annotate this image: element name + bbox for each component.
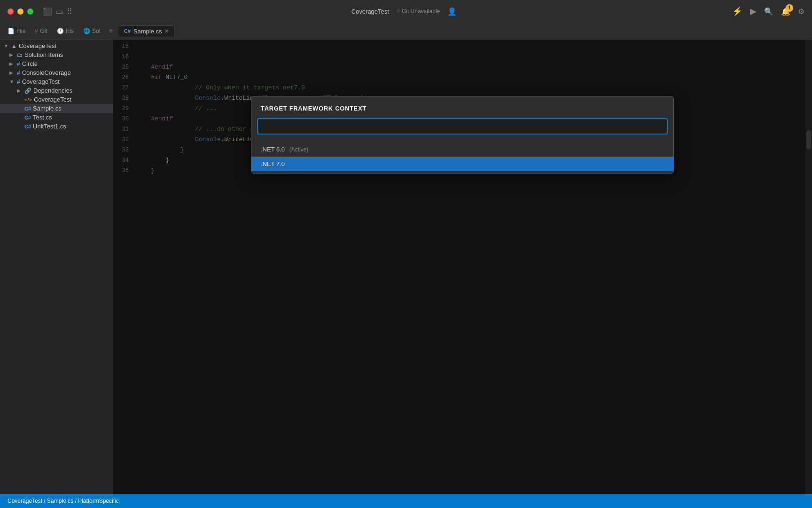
sidebar-item-circle[interactable]: ▶ # Circle (0, 59, 113, 68)
project-icon: # (17, 61, 20, 67)
panel-toggle-icon[interactable]: ▭ (56, 7, 63, 16)
settings-icon[interactable]: ⚙ (798, 7, 804, 16)
solution-file-icon: ▲ (11, 43, 17, 49)
sidebar-item-sample-cs[interactable]: C# Sample.cs (0, 104, 113, 113)
xml-file-icon: </> (24, 97, 32, 103)
chevron-down-icon: ▼ (9, 79, 15, 84)
sidebar-item-dependencies[interactable]: ▶ 🔗 Dependencies (0, 86, 113, 95)
sidebar-label-sample-cs: Sample.cs (33, 105, 62, 112)
dependencies-icon: 🔗 (24, 87, 31, 94)
sidebar-label-coveragetest-xml: CoverageTest (34, 96, 71, 103)
chevron-down-icon: ▼ (4, 43, 9, 48)
sidebar-label-unittest1-cs: UnitTest1.cs (33, 123, 66, 130)
layout-icon[interactable]: ⠿ (67, 7, 72, 16)
nav-solution[interactable]: 🌐 Sol (79, 26, 104, 36)
sidebar-label-dependencies: Dependencies (33, 87, 72, 94)
sidebar-label-solution-items: Solution Items (24, 51, 63, 58)
sidebar-label-test-cs: Test.cs (33, 114, 52, 121)
titlebar-right: ⚡ ▶ 🔍 🔔 1 ⚙ (732, 6, 804, 16)
tabbar: 📄 File ⑂ Git 🕐 His 🌐 Sol + C# Sample.cs … (0, 23, 812, 40)
git-status[interactable]: ⑂ Git Unavailable (397, 8, 440, 15)
sidebar-item-coveragetest-project[interactable]: ▼ # CoverageTest (0, 77, 113, 86)
window-title: CoverageTest (351, 8, 389, 15)
modal-header: TARGET FRAMEWORK CONTEXT (251, 96, 673, 118)
project-icon: # (17, 70, 20, 76)
sidebar-label-circle: Circle (22, 60, 38, 67)
close-button[interactable] (8, 8, 14, 15)
modal-list: .NET 6.0 (Active) .NET 7.0 (251, 140, 673, 173)
project-icon: # (17, 79, 20, 85)
chevron-right-icon: ▶ (9, 52, 15, 57)
run-icon[interactable]: ▶ (750, 6, 757, 16)
tab-sample-cs[interactable]: C# Sample.cs ✕ (118, 25, 175, 37)
sidebar-label-coveragetest: CoverageTest (22, 78, 60, 85)
chevron-right-icon: ▶ (9, 70, 15, 75)
sidebar-root-label: CoverageTest (19, 42, 56, 49)
maximize-button[interactable] (27, 8, 33, 15)
minimize-button[interactable] (17, 8, 23, 15)
active-label: (Active) (289, 146, 309, 153)
sidebar-item-solution-items[interactable]: ▶ 🗂 Solution Items (0, 50, 113, 59)
sidebar-toggle-icon[interactable]: ⬛ (43, 7, 52, 16)
chevron-right-icon: ▶ (9, 61, 15, 66)
notification-count: 1 (786, 4, 793, 12)
sidebar-item-unittest1-cs[interactable]: C# UnitTest1.cs (0, 122, 113, 131)
build-icon[interactable]: ⚡ (732, 6, 742, 16)
framework-item-net6[interactable]: .NET 6.0 (Active) (251, 142, 673, 157)
modal-overlay: TARGET FRAMEWORK CONTEXT .NET 6.0 (Activ… (113, 40, 812, 494)
framework-net7-label: .NET 7.0 (261, 160, 285, 167)
nav-git[interactable]: ⑂ Git (31, 26, 51, 36)
nav-file[interactable]: 📄 File (4, 26, 29, 36)
titlebar-center: CoverageTest ⑂ Git Unavailable 👤 (82, 7, 726, 16)
tab-close-button[interactable]: ✕ (164, 28, 169, 34)
main-container: ▼ ▲ CoverageTest ▶ 🗂 Solution Items ▶ # … (0, 40, 812, 494)
framework-net6-label: .NET 6.0 (261, 146, 285, 153)
target-framework-modal: TARGET FRAMEWORK CONTEXT .NET 6.0 (Activ… (251, 96, 674, 174)
solution-icon: 🌐 (83, 28, 90, 34)
file-icon: 📄 (8, 28, 15, 34)
search-icon[interactable]: 🔍 (764, 7, 773, 16)
account-icon[interactable]: 👤 (447, 7, 457, 16)
cs-file-icon: C# (24, 124, 31, 129)
chevron-right-icon: ▶ (17, 88, 23, 93)
framework-search-input[interactable] (257, 118, 668, 135)
sidebar-root-item[interactable]: ▼ ▲ CoverageTest (0, 41, 113, 50)
framework-item-net7[interactable]: .NET 7.0 (251, 157, 673, 171)
editor-area: 15 16 25 #endif 26 #if NET7_0 27 (113, 40, 812, 494)
modal-search-container (257, 118, 668, 135)
traffic-lights (8, 8, 33, 15)
notifications[interactable]: 🔔 1 (781, 7, 790, 16)
cs-file-icon: C# (24, 106, 31, 111)
statusbar: CoverageTest / Sample.cs / PlatformSpeci… (0, 494, 812, 508)
git-nav-icon: ⑂ (35, 28, 38, 34)
sidebar-item-consolecoverage[interactable]: ▶ # ConsoleCoverage (0, 68, 113, 77)
sidebar: ▼ ▲ CoverageTest ▶ 🗂 Solution Items ▶ # … (0, 40, 113, 494)
git-icon: ⑂ (397, 8, 400, 15)
cs-file-icon: C# (124, 28, 131, 34)
sidebar-label-consolecoverage: ConsoleCoverage (22, 69, 71, 76)
nav-history[interactable]: 🕐 His (53, 26, 78, 36)
sidebar-item-coveragetest-xml[interactable]: </> CoverageTest (0, 95, 113, 104)
history-icon: 🕐 (57, 28, 64, 34)
titlebar: ⬛ ▭ ⠿ CoverageTest ⑂ Git Unavailable 👤 ⚡… (0, 0, 812, 23)
solution-items-icon: 🗂 (17, 52, 23, 58)
cs-file-icon: C# (24, 115, 31, 120)
add-tab-button[interactable]: + (106, 27, 116, 35)
breadcrumb: CoverageTest / Sample.cs / PlatformSpeci… (8, 498, 119, 504)
sidebar-item-test-cs[interactable]: C# Test.cs (0, 113, 113, 122)
modal-title: TARGET FRAMEWORK CONTEXT (261, 105, 367, 112)
